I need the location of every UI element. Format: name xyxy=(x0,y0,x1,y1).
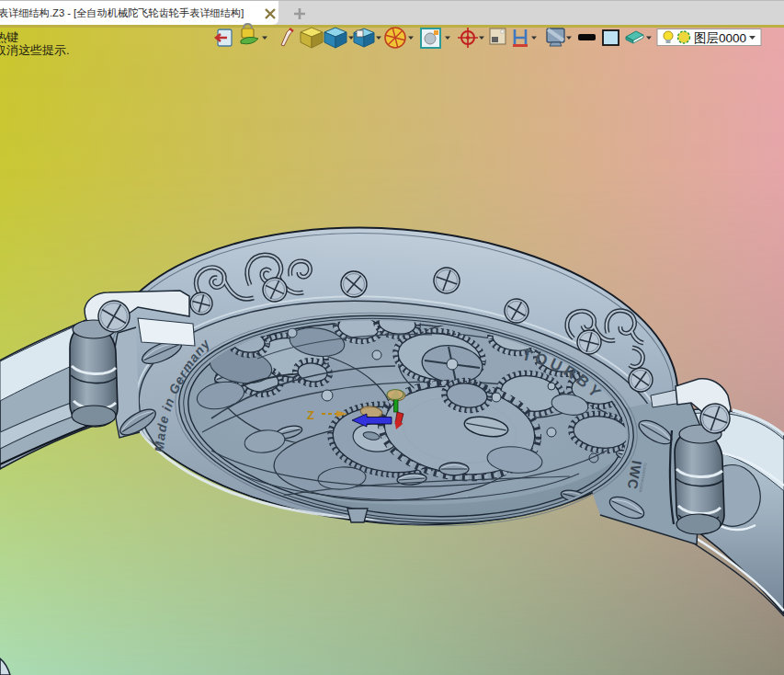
svg-text:取消这些提示.: 取消这些提示. xyxy=(0,43,70,57)
svg-text:Z: Z xyxy=(307,408,314,422)
svg-text:表详细结构.Z3 - [全自动机械陀飞轮齿轮手表详细结构]: 表详细结构.Z3 - [全自动机械陀飞轮齿轮手表详细结构] xyxy=(0,7,244,18)
svg-text:图层0000: 图层0000 xyxy=(694,31,746,45)
svg-text:热键: 热键 xyxy=(0,30,18,44)
